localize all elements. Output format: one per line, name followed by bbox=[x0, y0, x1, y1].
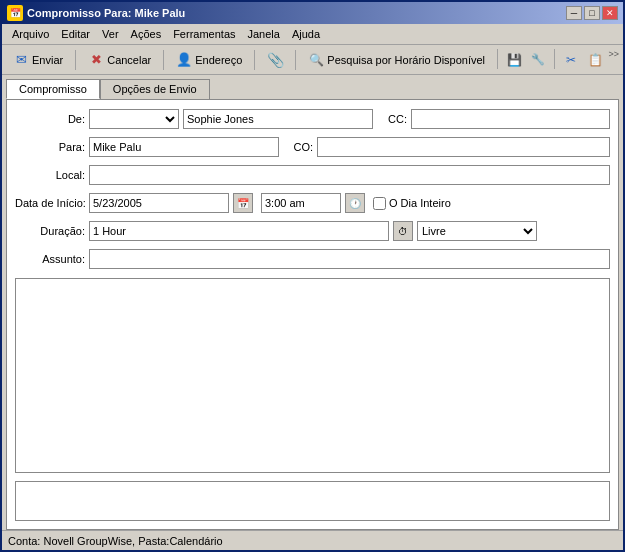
minimize-button[interactable]: ─ bbox=[566, 6, 582, 20]
menu-bar: Arquivo Editar Ver Ações Ferramentas Jan… bbox=[2, 24, 623, 45]
cancel-label: Cancelar bbox=[107, 54, 151, 66]
duration-row: Duração: ⏱ Livre Ocupado Fora do Escritó… bbox=[15, 220, 610, 242]
maximize-button[interactable]: □ bbox=[584, 6, 600, 20]
from-label: De: bbox=[15, 113, 85, 125]
subject-row: Assunto: bbox=[15, 248, 610, 270]
to-row: Para: CO: bbox=[15, 136, 610, 158]
cc-label: CC: bbox=[377, 113, 407, 125]
send-label: Enviar bbox=[32, 54, 63, 66]
from-select[interactable] bbox=[89, 109, 179, 129]
attach-icon: 📎 bbox=[267, 52, 283, 68]
start-time-input[interactable] bbox=[261, 193, 341, 213]
start-date-label: Data de Início: bbox=[15, 197, 85, 209]
toolbar: ✉ Enviar ✖ Cancelar 👤 Endereço 📎 🔍 Pesqu… bbox=[2, 45, 623, 75]
cut-icon: ✂ bbox=[566, 53, 576, 67]
time-button[interactable]: 🕐 bbox=[345, 193, 365, 213]
app-icon: 📅 bbox=[7, 5, 23, 21]
menu-arquivo[interactable]: Arquivo bbox=[6, 26, 55, 42]
local-label: Local: bbox=[15, 169, 85, 181]
menu-editar[interactable]: Editar bbox=[55, 26, 96, 42]
cancel-icon: ✖ bbox=[88, 52, 104, 68]
search-label: Pesquisa por Horário Disponível bbox=[327, 54, 485, 66]
start-date-row: Data de Início: 📅 🕐 O Dia Inteiro bbox=[15, 192, 610, 214]
to-label: Para: bbox=[15, 141, 85, 153]
menu-janela[interactable]: Janela bbox=[242, 26, 286, 42]
start-date-input[interactable] bbox=[89, 193, 229, 213]
status-bar: Conta: Novell GroupWise, Pasta:Calendári… bbox=[2, 530, 623, 550]
copy-button[interactable]: 📋 bbox=[584, 49, 606, 71]
menu-acoes[interactable]: Ações bbox=[125, 26, 168, 42]
search-button[interactable]: 🔍 Pesquisa por Horário Disponível bbox=[301, 48, 492, 72]
duration-label: Duração: bbox=[15, 225, 85, 237]
send-icon: ✉ bbox=[13, 52, 29, 68]
close-button[interactable]: ✕ bbox=[602, 6, 618, 20]
local-row: Local: bbox=[15, 164, 610, 186]
menu-ferramentas[interactable]: Ferramentas bbox=[167, 26, 241, 42]
menu-ver[interactable]: Ver bbox=[96, 26, 125, 42]
title-bar: 📅 Compromisso Para: Mike Palu ─ □ ✕ bbox=[2, 2, 623, 24]
to-input[interactable] bbox=[89, 137, 279, 157]
co-input[interactable] bbox=[317, 137, 610, 157]
separator-6 bbox=[554, 49, 555, 69]
options-icon: 🔧 bbox=[531, 53, 545, 66]
from-input[interactable] bbox=[183, 109, 373, 129]
separator-2 bbox=[163, 50, 164, 70]
save-icon: 💾 bbox=[507, 53, 522, 67]
co-label: CO: bbox=[283, 141, 313, 153]
cc-input[interactable] bbox=[411, 109, 610, 129]
menu-ajuda[interactable]: Ajuda bbox=[286, 26, 326, 42]
tab-content: De: CC: Para: CO: Local: Data de Início:… bbox=[6, 99, 619, 530]
tab-compromisso[interactable]: Compromisso bbox=[6, 79, 100, 99]
duration-picker-button[interactable]: ⏱ bbox=[393, 221, 413, 241]
status-select[interactable]: Livre Ocupado Fora do Escritório bbox=[417, 221, 537, 241]
attach-button[interactable]: 📎 bbox=[260, 48, 290, 72]
all-day-checkbox[interactable] bbox=[373, 197, 386, 210]
separator-3 bbox=[254, 50, 255, 70]
duration-input[interactable] bbox=[89, 221, 389, 241]
options-button[interactable]: 🔧 bbox=[527, 49, 549, 71]
cut-button[interactable]: ✂ bbox=[560, 49, 582, 71]
separator-4 bbox=[295, 50, 296, 70]
separator-5 bbox=[497, 49, 498, 69]
more-indicator: >> bbox=[608, 49, 619, 71]
subject-label: Assunto: bbox=[15, 253, 85, 265]
local-input[interactable] bbox=[89, 165, 610, 185]
save-button[interactable]: 💾 bbox=[503, 49, 525, 71]
search-icon: 🔍 bbox=[308, 52, 324, 68]
tab-opcoes-envio[interactable]: Opções de Envio bbox=[100, 79, 210, 99]
send-button[interactable]: ✉ Enviar bbox=[6, 48, 70, 72]
window-title: Compromisso Para: Mike Palu bbox=[27, 7, 185, 19]
body-area[interactable] bbox=[15, 278, 610, 473]
address-button[interactable]: 👤 Endereço bbox=[169, 48, 249, 72]
subject-input[interactable] bbox=[89, 249, 610, 269]
footer-input[interactable] bbox=[15, 481, 610, 521]
tab-bar: Compromisso Opções de Envio bbox=[2, 75, 623, 99]
main-window: 📅 Compromisso Para: Mike Palu ─ □ ✕ Arqu… bbox=[0, 0, 625, 552]
from-row: De: CC: bbox=[15, 108, 610, 130]
separator-1 bbox=[75, 50, 76, 70]
calendar-button[interactable]: 📅 bbox=[233, 193, 253, 213]
cancel-button[interactable]: ✖ Cancelar bbox=[81, 48, 158, 72]
address-label: Endereço bbox=[195, 54, 242, 66]
copy-icon: 📋 bbox=[588, 53, 603, 67]
all-day-label: O Dia Inteiro bbox=[389, 197, 451, 209]
address-icon: 👤 bbox=[176, 52, 192, 68]
status-text: Conta: Novell GroupWise, Pasta:Calendári… bbox=[8, 535, 223, 547]
